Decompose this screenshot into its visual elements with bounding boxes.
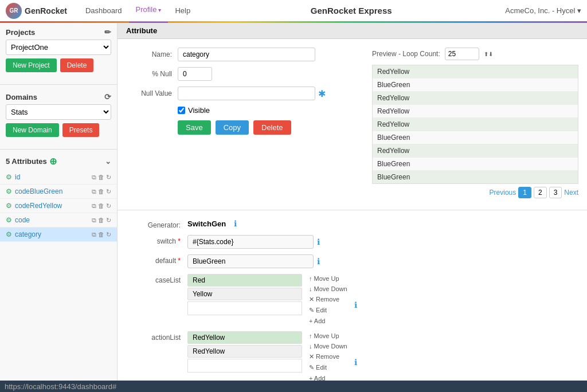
attr-name-id: id [15, 173, 92, 181]
attr-delete-icon-cbg[interactable]: 🗑 [98, 188, 104, 195]
attr-item-id[interactable]: ⚙ id ⧉ 🗑 ↻ [0, 170, 117, 185]
logo-icon: GR [6, 3, 22, 19]
presets-button[interactable]: Presets [62, 123, 100, 137]
case-edit-button[interactable]: ✎ Edit [307, 305, 350, 315]
action-remove-button[interactable]: ✕ Remove [307, 352, 350, 362]
attr-refresh-icon-id[interactable]: ↻ [106, 174, 111, 181]
case-list-empty [187, 301, 302, 315]
case-list-section: caseList Red Yellow ↑ Move Up ↓ Move Dow… [129, 274, 576, 326]
switch-input[interactable] [187, 235, 314, 249]
action-list-content: RedYellow RedYellow ↑ Move Up ↓ Move Dow… [187, 331, 357, 381]
action-move-up-button[interactable]: ↑ Move Up [307, 331, 350, 340]
project-buttons: New Project Delete [6, 58, 111, 72]
null-value-asterisk-icon[interactable]: ✱ [318, 88, 326, 99]
attr-delete-icon-category[interactable]: 🗑 [98, 231, 104, 238]
attr-refresh-icon-cry[interactable]: ↻ [106, 202, 111, 210]
new-project-button[interactable]: New Project [6, 58, 57, 72]
default-info-icon[interactable]: ℹ [317, 257, 320, 266]
visible-checkbox[interactable] [178, 107, 185, 114]
nav-profile[interactable]: Profile▾ [129, 0, 169, 23]
nav-help[interactable]: Help [168, 0, 197, 22]
attr-copy-icon-code[interactable]: ⧉ [92, 217, 96, 224]
case-move-up-button[interactable]: ↑ Move Up [307, 274, 350, 283]
attr-item-codeRedYellow[interactable]: ⚙ codeRedYellow ⧉ 🗑 ↻ [0, 199, 117, 213]
action-move-down-button[interactable]: ↓ Move Down [307, 342, 350, 351]
preview-section: Preview - Loop Count: ⬆⬇ RedYellow BlueG… [372, 48, 578, 201]
attr-refresh-icon-code[interactable]: ↻ [106, 217, 111, 224]
preview-item: RedYellow [373, 118, 578, 131]
attr-copy-icon-cbg[interactable]: ⧉ [92, 188, 96, 195]
null-value-row: Null Value ✱ [126, 87, 361, 100]
action-info-icon[interactable]: ℹ [354, 358, 357, 367]
attr-copy-icon-category[interactable]: ⧉ [92, 231, 96, 238]
delete-project-button[interactable]: Delete [60, 58, 94, 72]
attr-copy-icon-cry[interactable]: ⧉ [92, 202, 96, 210]
attr-gear-icon-cbg: ⚙ [6, 187, 12, 195]
case-list-item-red: Red [187, 274, 302, 287]
page-1-button[interactable]: 1 [518, 187, 531, 198]
account-info[interactable]: AcmeCo, Inc. - Hycel ▾ [505, 6, 581, 15]
project-select[interactable]: ProjectOne [6, 40, 111, 55]
action-edit-button[interactable]: ✎ Edit [307, 363, 350, 373]
attr-refresh-icon-category[interactable]: ↻ [106, 231, 111, 238]
action-list-item-2: RedYellow [187, 345, 302, 358]
null-value-label: Null Value [126, 89, 172, 97]
null-percent-input[interactable] [178, 67, 212, 81]
action-add-button[interactable]: + Add [307, 374, 350, 381]
attr-delete-icon-id[interactable]: 🗑 [98, 174, 104, 181]
null-value-input[interactable] [178, 87, 315, 100]
attr-refresh-icon-cbg[interactable]: ↻ [106, 188, 111, 195]
default-input[interactable] [187, 254, 314, 268]
app-title: GenRocket Express [197, 6, 505, 15]
name-input[interactable] [178, 48, 315, 61]
switch-row: switch ℹ [129, 235, 576, 249]
app-logo: GR GenRocket [6, 3, 67, 19]
projects-section: Projects ✏ ProjectOne New Project Delete [0, 23, 117, 81]
attrs-chevron-icon[interactable]: ⌄ [105, 157, 111, 166]
domain-select[interactable]: Stats [6, 104, 111, 120]
main-content: Attribute Name: % Null Null Value ✱ [118, 23, 587, 381]
preview-count-arrow[interactable]: ⬆⬇ [484, 51, 493, 57]
attr-item-code[interactable]: ⚙ code ⧉ 🗑 ↻ [0, 213, 117, 228]
top-navigation: GR GenRocket Dashboard Profile▾ Help Gen… [0, 0, 587, 23]
case-add-button[interactable]: + Add [307, 316, 350, 326]
domains-refresh-icon[interactable]: ⟳ [104, 92, 111, 101]
logo-text: GenRocket [25, 6, 67, 15]
attr-item-codeBlueGreen[interactable]: ⚙ codeBlueGreen ⧉ 🗑 ↻ [0, 185, 117, 199]
attr-delete-icon-cry[interactable]: 🗑 [98, 202, 104, 210]
page-3-button[interactable]: 3 [549, 187, 562, 198]
preview-item: BlueGreen [373, 79, 578, 92]
new-domain-button[interactable]: New Domain [6, 123, 59, 137]
page-2-button[interactable]: 2 [534, 187, 547, 198]
add-attribute-icon[interactable]: ⊕ [49, 156, 57, 167]
action-list-item-1: RedYellow [187, 331, 302, 344]
attr-item-category[interactable]: ⚙ category ⧉ 🗑 ↻ [0, 228, 117, 242]
projects-header: Projects ✏ [6, 28, 111, 37]
previous-page-link[interactable]: Previous [490, 189, 516, 197]
case-info-icon[interactable]: ℹ [354, 300, 357, 309]
preview-count-input[interactable] [445, 48, 479, 60]
case-remove-button[interactable]: ✕ Remove [307, 295, 350, 304]
action-list-empty [187, 359, 302, 373]
preview-item: RedYellow [373, 65, 578, 79]
attr-delete-icon-code[interactable]: 🗑 [98, 217, 104, 224]
null-percent-row: % Null [126, 67, 361, 81]
copy-button[interactable]: Copy [216, 120, 249, 135]
preview-label: Preview - Loop Count: [372, 50, 440, 58]
name-label: Name: [126, 50, 172, 58]
generator-info-icon[interactable]: ℹ [234, 219, 237, 228]
switch-info-icon[interactable]: ℹ [317, 237, 320, 246]
projects-edit-icon[interactable]: ✏ [104, 28, 111, 37]
case-move-down-button[interactable]: ↓ Move Down [307, 284, 350, 293]
attr-copy-icon-id[interactable]: ⧉ [92, 174, 96, 181]
null-percent-label: % Null [126, 70, 172, 78]
delete-button[interactable]: Delete [253, 120, 291, 135]
case-list-buttons: ↑ Move Up ↓ Move Down ✕ Remove ✎ Edit + … [307, 274, 350, 326]
sidebar: Projects ✏ ProjectOne New Project Delete… [0, 23, 118, 381]
preview-header: Preview - Loop Count: ⬆⬇ [372, 48, 578, 60]
default-label: default [129, 254, 181, 265]
nav-dashboard[interactable]: Dashboard [79, 0, 129, 22]
next-page-link[interactable]: Next [564, 189, 578, 197]
main-layout: Projects ✏ ProjectOne New Project Delete… [0, 23, 587, 381]
save-button[interactable]: Save [178, 120, 211, 135]
